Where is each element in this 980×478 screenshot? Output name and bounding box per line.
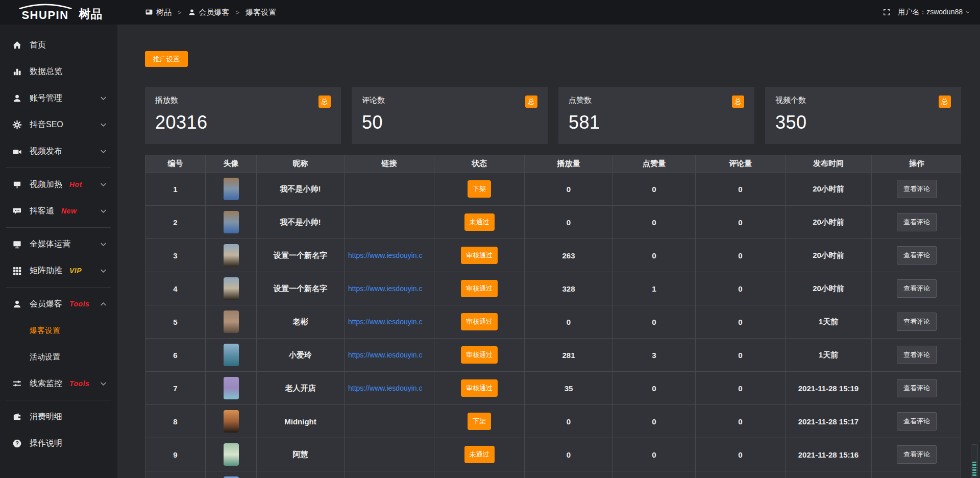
cell-id: 7 — [145, 372, 206, 404]
profile-link[interactable]: https://www.iesdouyin.c — [348, 384, 423, 392]
sidebar-item-label: 消费明细 — [30, 412, 62, 422]
total-badge[interactable]: 总 — [525, 95, 537, 108]
cell-status: 审核通过 — [434, 272, 525, 305]
total-badge[interactable]: 总 — [939, 95, 951, 108]
view-comments-button[interactable]: 查看评论 — [897, 346, 937, 364]
breadcrumb-item-2[interactable]: 会员爆客 — [188, 8, 230, 17]
sidebar-item-label: 矩阵助推 — [30, 266, 62, 276]
breadcrumb-item-3[interactable]: 爆客设置 — [246, 8, 276, 17]
breadcrumb-item-1[interactable]: 树品 — [145, 8, 172, 17]
status-button[interactable]: 未通过 — [464, 446, 495, 463]
status-button[interactable]: 审核通过 — [461, 379, 498, 397]
cell-link — [345, 405, 434, 438]
heat-icon — [12, 180, 22, 189]
status-button[interactable]: 下架 — [468, 180, 491, 198]
column-header: 链接 — [345, 155, 434, 172]
table-row: 6小爱玲https://www.iesdouyin.c审核通过281301天前查… — [145, 339, 961, 372]
status-button[interactable]: 审核通过 — [461, 313, 498, 330]
view-comments-button[interactable]: 查看评论 — [897, 313, 937, 331]
cell-comments: 0 — [696, 272, 786, 305]
sidebar-item-consume-detail[interactable]: 消费明细 — [0, 403, 117, 430]
sidebar-item-member-baoke[interactable]: 会员爆客Tools — [0, 291, 117, 317]
sidebar-item-douketong[interactable]: 抖客通New — [0, 198, 117, 224]
scrollbar-stripe — [972, 469, 976, 471]
total-badge[interactable]: 总 — [732, 95, 744, 108]
status-button[interactable]: 下架 — [468, 413, 491, 430]
sidebar-item-clue-monitor[interactable]: 线索监控Tools — [0, 370, 117, 397]
view-comments-button[interactable]: 查看评论 — [897, 445, 937, 464]
avatar — [224, 377, 239, 399]
column-header: 头像 — [206, 155, 257, 172]
sidebar-item-badge: New — [61, 207, 77, 215]
breadcrumb-label: 会员爆客 — [199, 8, 230, 17]
view-comments-button[interactable]: 查看评论 — [897, 213, 937, 231]
view-comments-button[interactable]: 查看评论 — [897, 180, 937, 198]
cell-plays: 35 — [525, 372, 613, 404]
view-comments-button[interactable]: 查看评论 — [897, 412, 937, 431]
sidebar-subitem-activity-settings[interactable]: 活动设置 — [0, 344, 117, 370]
status-button[interactable]: 未通过 — [464, 213, 495, 231]
cell-avatar — [206, 372, 257, 404]
profile-link[interactable]: https://www.iesdouyin.c — [348, 251, 423, 259]
cell-action: 查看评论 — [872, 405, 962, 438]
sliders-icon — [12, 379, 22, 389]
promo-settings-button[interactable]: 推广设置 — [145, 51, 188, 67]
view-comments-button[interactable]: 查看评论 — [897, 279, 937, 298]
cell-status: 未通过 — [434, 438, 525, 471]
cell-id: 5 — [145, 305, 206, 338]
cell-link: https://www.iesdouyin.c — [345, 239, 434, 272]
cell-action: 查看评论 — [872, 339, 962, 371]
cell-link: https://www.iesdouyin.c — [345, 372, 434, 404]
cell-status: 审核通过 — [434, 239, 525, 272]
sidebar-item-operation-guide[interactable]: ?操作说明 — [0, 430, 117, 457]
sidebar-item-douyin-seo[interactable]: 抖音SEO — [0, 111, 117, 138]
cell-action: 查看评论 — [872, 239, 962, 272]
avatar — [224, 310, 239, 333]
profile-link[interactable]: https://www.iesdouyin.c — [348, 318, 423, 326]
cell-plays: 263 — [525, 239, 613, 272]
status-button[interactable]: 审核通过 — [461, 346, 498, 364]
stat-card-top: 播放数总 — [155, 95, 331, 108]
profile-link[interactable]: https://www.iesdouyin.c — [348, 351, 423, 359]
home-icon — [12, 40, 22, 50]
table-row: 3设置一个新名字https://www.iesdouyin.c审核通过26300… — [145, 239, 961, 272]
sidebar-subitem-baoke-settings[interactable]: 爆客设置 — [0, 317, 117, 344]
table-row: 10 — [145, 471, 961, 478]
scrollbar-stripe — [972, 464, 976, 466]
cell-time: 20小时前 — [786, 239, 872, 272]
cell-id: 6 — [145, 339, 206, 371]
sidebar-item-label: 抖客通 — [30, 206, 54, 217]
status-button[interactable]: 审核通过 — [461, 247, 498, 264]
scrollbar-stripe — [972, 467, 976, 468]
sidebar-item-account-manage[interactable]: 账号管理 — [0, 85, 117, 111]
sidebar-item-data-overview[interactable]: 数据总览 — [0, 58, 117, 85]
sidebar-divider — [6, 400, 111, 400]
scrollbar-widget[interactable] — [971, 444, 978, 478]
cell-comments: 0 — [696, 206, 786, 238]
cell-id: 4 — [145, 272, 206, 305]
column-header: 昵称 — [257, 155, 345, 172]
help-icon: ? — [12, 439, 22, 448]
sidebar-item-matrix-boost[interactable]: 矩阵助推VIP — [0, 257, 117, 284]
cell-plays — [525, 471, 613, 478]
cell-link — [345, 471, 434, 478]
fullscreen-icon[interactable] — [883, 8, 891, 16]
sidebar-divider — [6, 227, 111, 228]
total-badge[interactable]: 总 — [318, 95, 331, 108]
cell-plays: 0 — [525, 405, 613, 438]
column-header: 播放量 — [525, 155, 613, 172]
username-menu[interactable]: 用户名：zswodun88 — [898, 8, 971, 17]
table-row: 5老彬https://www.iesdouyin.c审核通过0001天前查看评论 — [145, 305, 961, 339]
sidebar-item-media-operation[interactable]: 全媒体运营 — [0, 231, 117, 257]
view-comments-button[interactable]: 查看评论 — [897, 246, 937, 265]
cell-nickname: 老人开店 — [257, 372, 345, 404]
profile-link[interactable]: https://www.iesdouyin.c — [348, 284, 423, 293]
status-button[interactable]: 审核通过 — [461, 280, 498, 297]
stat-card-top: 点赞数总 — [569, 95, 744, 108]
sidebar-item-video-publish[interactable]: 视频发布 — [0, 138, 117, 164]
view-comments-button[interactable]: 查看评论 — [897, 379, 937, 397]
sidebar-item-video-heat[interactable]: 视频加热Hot — [0, 171, 117, 198]
chevron-down-icon — [99, 266, 108, 276]
sidebar-item-home[interactable]: 首页 — [0, 32, 117, 58]
cell-avatar — [206, 206, 257, 238]
